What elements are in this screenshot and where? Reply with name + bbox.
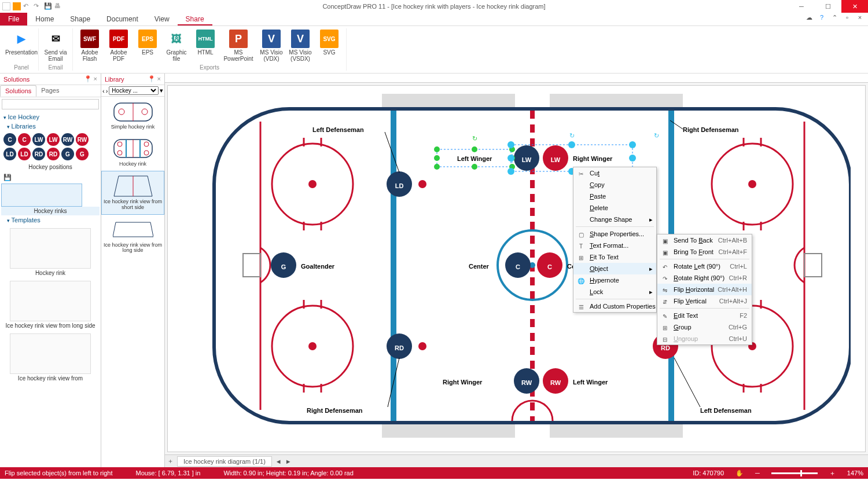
context-menu[interactable]: ✂CutCopyPasteDeleteChange Shape▸▢Shape P… — [573, 167, 657, 313]
shield-icon[interactable] — [13, 2, 21, 10]
status-mouse: Mouse: [ 6.79, 1.31 ] in — [135, 470, 200, 476]
zoom-out-icon[interactable]: ─ — [755, 470, 760, 476]
visio-vdx-button[interactable]: VMS Visio (VDX) — [258, 28, 285, 63]
tab-view[interactable]: View — [146, 13, 178, 25]
menu-item-cut[interactable]: ✂Cut — [573, 167, 656, 179]
new-icon[interactable] — [2, 2, 10, 10]
menu-item-flip-horizontal[interactable]: ⇋Flip HorizontalCtrl+Alt+H — [657, 284, 752, 295]
close-button[interactable]: ✕ — [841, 0, 868, 13]
drawing-canvas[interactable]: G LD RD C C LW LW RW RW RD ↻ ↻ — [167, 85, 866, 452]
lib-prev-icon[interactable]: ‹ — [102, 87, 105, 94]
menu-item-fit-to-text[interactable]: ⊞Fit To Text — [573, 251, 656, 263]
flash-button[interactable]: SWFAdobe Flash — [76, 28, 103, 63]
lib-close-icon[interactable]: × — [157, 75, 161, 83]
library-select[interactable]: Hockey ... — [109, 86, 159, 95]
lib-pin-icon[interactable]: 📍 — [148, 75, 156, 83]
lib-item-simple-rink[interactable]: Simple hockey rink — [101, 97, 164, 134]
menu-item-change-shape[interactable]: Change Shape▸ — [573, 214, 656, 225]
send-email-button[interactable]: ✉Send via Email — [42, 28, 69, 63]
undo-icon[interactable]: ↶ — [23, 2, 31, 10]
pan-tool-icon[interactable]: ✋ — [735, 470, 744, 477]
svg-point-2 — [119, 109, 124, 115]
lib-item-long-side[interactable]: Ice hockey rink view from long side — [101, 215, 164, 258]
print-icon[interactable]: 🖶 — [54, 2, 62, 10]
zoom-in-icon[interactable]: ＋ — [829, 469, 836, 478]
tree-ice-hockey[interactable]: Ice Hockey — [1, 112, 100, 122]
svg-point-28 — [308, 180, 317, 188]
tab-share[interactable]: Share — [178, 13, 212, 25]
status-dims: Width: 0.90 in; Height: 0.19 in; Angle: … — [223, 470, 353, 476]
template-hockey-rink[interactable] — [10, 228, 91, 269]
panel-close-icon[interactable]: × — [94, 75, 97, 83]
tab-scroll-left-icon[interactable]: ◄ — [275, 458, 282, 465]
ppt-button[interactable]: PMS PowerPoint — [221, 28, 256, 63]
hockey-rinks-thumb[interactable] — [1, 184, 82, 207]
presentation-button[interactable]: ▶Presentation — [8, 28, 35, 57]
tree-templates[interactable]: Templates — [5, 215, 100, 225]
hockey-positions-grid[interactable]: CCLWLW RWRWLDLD RDRDGG — [1, 131, 100, 163]
lib-item-short-side[interactable]: Ice hockey rink view from short side — [101, 171, 164, 215]
subtab-pages[interactable]: Pages — [36, 85, 64, 97]
svg-point-10 — [144, 142, 149, 146]
lib-next-icon[interactable]: › — [106, 87, 108, 94]
menu-item-add-custom-properties[interactable]: ☰Add Custom Properties — [573, 300, 656, 312]
solutions-search[interactable] — [2, 99, 99, 109]
menu-item-copy[interactable]: Copy — [573, 179, 656, 190]
visio-vsdx-button[interactable]: VMS Visio (VSDX) — [287, 28, 314, 63]
tab-scroll-right-icon[interactable]: ► — [285, 458, 292, 465]
menu-item-flip-vertical[interactable]: ⇵Flip VerticalCtrl+Alt+J — [657, 295, 752, 307]
file-tab[interactable]: File — [0, 13, 27, 25]
tab-document[interactable]: Document — [98, 13, 146, 25]
menu-item-send-to-back[interactable]: ▣Send To BackCtrl+Alt+B — [657, 234, 752, 246]
template-long-side[interactable] — [10, 281, 91, 321]
maximize-button[interactable]: ☐ — [815, 0, 841, 13]
menu-item-bring-to-front[interactable]: ▣Bring To FrontCtrl+Alt+F — [657, 246, 752, 258]
tab-shape[interactable]: Shape — [62, 13, 98, 25]
save-icon[interactable]: 💾 — [44, 2, 52, 10]
menu-item-lock[interactable]: Lock▸ — [573, 286, 656, 298]
svg-point-86 — [507, 141, 514, 148]
svg-text:C: C — [516, 263, 520, 270]
graphic-button[interactable]: 🖼Graphic file — [163, 28, 190, 63]
tab-add-icon[interactable]: ＋ — [167, 457, 174, 465]
menu-item-text-format-[interactable]: TText Format... — [573, 240, 656, 251]
html-button[interactable]: HTMLHTML — [192, 28, 219, 63]
menu-item-object[interactable]: Object▸ — [573, 263, 656, 274]
lib-menu-icon[interactable]: ▾ — [160, 87, 163, 94]
zoom-value[interactable]: 147% — [847, 470, 863, 476]
zoom-slider[interactable] — [771, 472, 818, 474]
menu-item-edit-text[interactable]: ✎Edit TextF2 — [657, 310, 752, 321]
svg-text:Right Winger: Right Winger — [573, 155, 613, 162]
tree-libraries[interactable]: Libraries — [5, 122, 100, 131]
menu-item-rotate-left-[interactable]: ↶Rotate Left (90°)Ctrl+L — [657, 261, 752, 272]
context-submenu-object[interactable]: ▣Send To BackCtrl+Alt+B▣Bring To FrontCt… — [657, 234, 752, 345]
subtab-solutions[interactable]: Solutions — [0, 85, 36, 97]
menu-item-group[interactable]: ⊞GroupCtrl+G — [657, 321, 752, 333]
pdf-button[interactable]: PDFAdobe PDF — [105, 28, 132, 63]
pin-icon[interactable]: 📍 — [84, 75, 92, 83]
svg-button[interactable]: SVGSVG — [316, 28, 343, 63]
menu-item-paste[interactable]: Paste — [573, 190, 656, 202]
redo-icon[interactable]: ↷ — [34, 2, 42, 10]
menu-item-shape-properties-[interactable]: ▢Shape Properties... — [573, 228, 656, 240]
minimize-button[interactable]: ─ — [788, 0, 815, 13]
svg-point-92 — [507, 155, 514, 162]
menu-item-delete[interactable]: Delete — [573, 202, 656, 214]
solutions-title: Solutions — [3, 76, 30, 83]
page-tab[interactable]: Ice hockey rink diagram (1/1) — [177, 456, 272, 467]
save-small-icon[interactable]: 💾 — [3, 174, 12, 181]
template-3[interactable] — [10, 333, 91, 374]
menu-item-hypernote[interactable]: 🌐Hypernote — [573, 274, 656, 286]
cloud-icon[interactable]: ☁ — [804, 14, 814, 23]
help-icon[interactable]: ? — [817, 14, 826, 23]
menu-item-ungroup[interactable]: ⊟UngroupCtrl+U — [657, 333, 752, 344]
eps-button[interactable]: EPSEPS — [134, 28, 161, 63]
tab-home[interactable]: Home — [27, 13, 62, 25]
menu-item-rotate-right-[interactable]: ↷Rotate Right (90°)Ctrl+R — [657, 272, 752, 284]
collapse-ribbon-icon[interactable]: ⌃ — [830, 14, 839, 23]
window-title: ConceptDraw PRO 11 - [Ice hockey rink wi… — [322, 3, 545, 10]
player-LW-red: LW — [543, 145, 568, 171]
window-restore-icon[interactable]: ▫ — [843, 14, 852, 23]
lib-item-hockey-rink[interactable]: Hockey rink — [101, 134, 164, 171]
window-close-icon[interactable]: × — [855, 14, 865, 23]
